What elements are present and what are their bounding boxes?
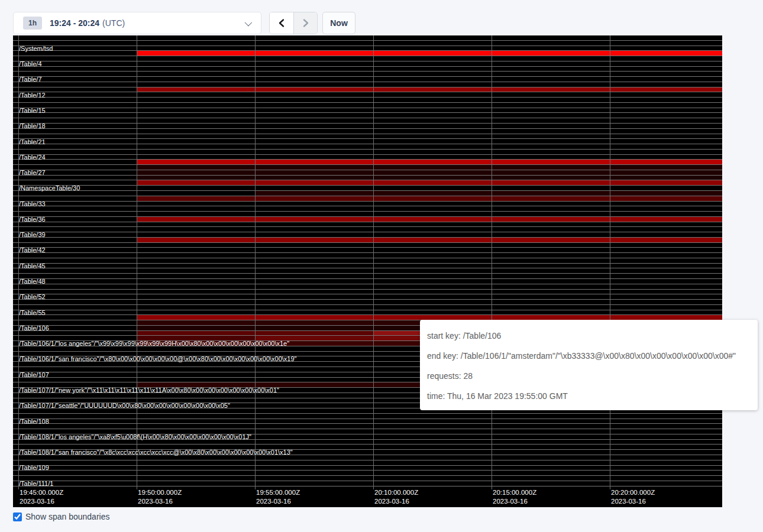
span-key-label: /NamespaceTable/30 xyxy=(19,184,80,192)
now-button[interactable]: Now xyxy=(322,12,355,34)
span-row xyxy=(13,248,722,253)
tooltip-time: time: Thu, 16 Mar 2023 19:55:00 GMT xyxy=(427,386,751,406)
span-key-label: /Table/108/1/"san francisco"/"\x8c\xcc\x… xyxy=(19,449,293,456)
span-row xyxy=(13,300,722,305)
span-row xyxy=(13,139,722,144)
span-row xyxy=(13,103,722,108)
span-row xyxy=(13,264,722,269)
span-row xyxy=(13,56,722,61)
time-tick-label: 20:10:00.000Z2023-03-16 xyxy=(374,488,418,506)
time-tick-label: 20:15:00.000Z2023-03-16 xyxy=(493,488,536,506)
span-row xyxy=(13,129,722,134)
tick-time: 19:55:00.000Z xyxy=(256,488,300,497)
tick-time: 19:45:00.000Z xyxy=(20,488,63,497)
next-range-button[interactable] xyxy=(293,12,317,34)
span-row xyxy=(13,310,722,316)
span-key-label: /Table/106 xyxy=(19,325,49,332)
span-row xyxy=(13,414,722,419)
time-gridline xyxy=(373,35,374,489)
chevron-left-icon xyxy=(277,18,286,28)
span-row xyxy=(13,424,722,429)
span-row xyxy=(13,268,722,274)
span-row xyxy=(13,108,722,113)
span-row xyxy=(13,150,722,155)
span-key-label: /Table/107 xyxy=(19,371,49,378)
heat-band xyxy=(137,170,722,175)
heat-band xyxy=(137,238,722,242)
span-row xyxy=(13,419,722,424)
span-row xyxy=(13,217,722,222)
heat-band xyxy=(255,191,722,196)
time-tick-label: 19:55:00.000Z2023-03-16 xyxy=(256,488,300,506)
show-span-boundaries-checkbox[interactable] xyxy=(13,512,22,521)
tooltip-start-key: start key: /Table/106 xyxy=(427,326,751,346)
span-key-label: /Table/106/1/"los angeles"/"\x99\x99\x99… xyxy=(19,340,289,347)
range-duration-badge: 1h xyxy=(23,17,42,30)
tooltip-end-key: end key: /Table/106/1/"amsterdam"/"\xb33… xyxy=(427,346,751,366)
span-key-label: /Table/55 xyxy=(19,309,46,316)
span-row xyxy=(13,455,722,460)
heat-band xyxy=(137,165,722,170)
heat-band xyxy=(137,51,722,56)
span-row xyxy=(13,51,722,56)
tick-date: 2023-03-16 xyxy=(611,497,655,506)
span-row xyxy=(13,212,722,217)
span-key-label: /Table/21 xyxy=(19,138,46,145)
span-row xyxy=(13,305,722,310)
heatmap-rows xyxy=(13,35,722,486)
span-key-label: /Table/52 xyxy=(19,293,46,300)
heat-band xyxy=(137,315,722,320)
span-key-label: /Table/18 xyxy=(19,122,46,129)
tick-date: 2023-03-16 xyxy=(256,497,300,506)
span-row xyxy=(13,279,722,284)
chevron-down-icon xyxy=(245,18,253,26)
range-timezone: (UTC) xyxy=(102,18,125,28)
span-row xyxy=(13,46,722,51)
span-row xyxy=(13,61,722,67)
tick-time: 20:10:00.000Z xyxy=(374,488,418,497)
prev-range-button[interactable] xyxy=(270,12,293,34)
time-tick-label: 19:45:00.000Z2023-03-16 xyxy=(20,488,63,506)
tooltip-requests: requests: 28 xyxy=(427,366,751,386)
heat-band xyxy=(137,87,722,92)
span-key-label: /Table/36 xyxy=(19,216,46,223)
key-visualizer-heatmap[interactable]: /System/tsd/Table/4/Table/7/Table/12/Tab… xyxy=(13,35,722,507)
span-key-label: /Table/109 xyxy=(19,464,49,471)
time-tick-label: 20:20:00.000Z2023-03-16 xyxy=(611,488,655,506)
hover-tooltip: start key: /Table/106 end key: /Table/10… xyxy=(420,320,758,410)
span-row xyxy=(13,222,722,228)
span-key-label: /Table/15 xyxy=(19,107,46,114)
span-row xyxy=(13,466,722,471)
span-key-label: /Table/4 xyxy=(19,60,42,67)
span-row xyxy=(13,180,722,186)
span-row xyxy=(13,232,722,238)
span-row xyxy=(13,186,722,191)
span-row xyxy=(13,471,722,476)
span-key-label: /Table/108/1/"los angeles"/"\xa8\xf5\u00… xyxy=(19,433,251,440)
span-row xyxy=(13,460,722,466)
span-key-label: /System/tsd xyxy=(19,45,53,52)
span-row xyxy=(13,274,722,279)
span-key-label: /Table/45 xyxy=(19,262,46,270)
heat-band xyxy=(137,217,722,222)
span-row xyxy=(13,227,722,232)
span-row xyxy=(13,165,722,170)
time-range-select[interactable]: 1h 19:24 - 20:24 (UTC) xyxy=(13,12,261,34)
span-row xyxy=(13,440,722,445)
span-row xyxy=(13,476,722,481)
span-key-label: /Table/7 xyxy=(19,76,42,83)
span-row xyxy=(13,155,722,160)
heat-band xyxy=(137,160,722,164)
span-key-label: /Table/48 xyxy=(19,278,46,285)
span-row xyxy=(13,206,722,212)
tick-date: 2023-03-16 xyxy=(20,497,63,506)
span-row xyxy=(13,41,722,46)
span-row xyxy=(13,258,722,264)
span-row xyxy=(13,134,722,140)
tick-date: 2023-03-16 xyxy=(493,497,536,506)
span-row xyxy=(13,67,722,72)
tick-date: 2023-03-16 xyxy=(374,497,418,506)
span-row xyxy=(13,35,722,41)
time-gridline xyxy=(492,35,492,489)
tick-date: 2023-03-16 xyxy=(138,497,182,506)
